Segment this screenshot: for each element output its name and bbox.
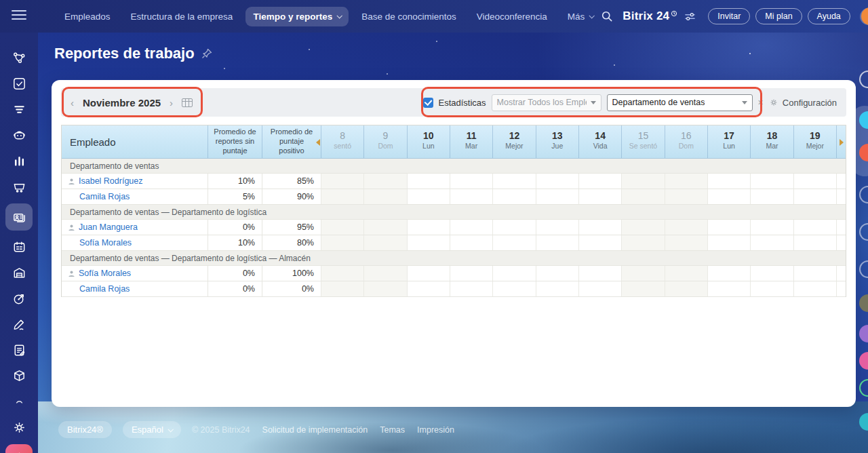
day-header-19[interactable]: 19Mejor [793, 125, 836, 158]
report-cell[interactable] [578, 174, 621, 189]
sidebar-item-calendar[interactable] [6, 238, 32, 256]
employee-link[interactable]: Camila Rojas [79, 284, 130, 294]
report-cell[interactable] [621, 235, 664, 250]
sidebar-item-esign[interactable] [6, 315, 32, 334]
day-header-15[interactable]: 15Se sentó [621, 125, 664, 158]
report-cell[interactable] [407, 266, 450, 281]
days-scroll-left-icon[interactable] [316, 139, 320, 146]
report-cell[interactable] [793, 174, 836, 189]
report-cell[interactable] [665, 220, 707, 235]
report-cell[interactable] [707, 220, 750, 235]
statistics-checkbox[interactable] [423, 98, 433, 108]
next-month-icon[interactable]: › [170, 97, 173, 109]
report-cell[interactable] [578, 266, 621, 281]
report-cell[interactable] [407, 281, 450, 296]
ayuda-button[interactable]: Ayuda [808, 8, 850, 24]
report-cell[interactable] [363, 281, 406, 296]
report-cell[interactable] [536, 266, 578, 281]
report-cell[interactable] [665, 266, 707, 281]
report-cell[interactable] [536, 220, 578, 235]
sidebar-item-documents[interactable] [6, 341, 32, 359]
main-menu-icon[interactable] [12, 10, 26, 22]
report-cell[interactable] [750, 220, 793, 235]
day-header-17[interactable]: 17Lun [707, 125, 750, 158]
employee-column-header[interactable]: Empleado [62, 125, 208, 158]
report-cell[interactable] [793, 235, 836, 250]
report-cell[interactable] [536, 189, 578, 204]
sidebar-item-store[interactable] [6, 178, 32, 196]
report-cell[interactable] [407, 220, 450, 235]
sidebar-item-feed[interactable] [6, 100, 32, 119]
report-cell[interactable] [578, 235, 621, 250]
footer-link-temas[interactable]: Temas [380, 425, 405, 435]
configuration-button[interactable]: Configuración [769, 98, 837, 108]
pin-icon[interactable] [201, 48, 212, 59]
footer-language-button[interactable]: Español [123, 421, 181, 438]
report-cell[interactable] [707, 174, 750, 189]
report-cell[interactable] [492, 235, 535, 250]
nav-estructura-de-la-empresa[interactable]: Estructura de la empresa [123, 7, 241, 26]
report-cell[interactable] [665, 281, 707, 296]
employee-link[interactable]: Juan Manguera [79, 222, 138, 232]
report-cell[interactable] [793, 189, 836, 204]
report-cell[interactable] [793, 220, 836, 235]
report-cell[interactable] [407, 189, 450, 204]
report-cell[interactable] [578, 281, 621, 296]
report-cell[interactable] [665, 189, 707, 204]
nav-tiempo-y-reportes[interactable]: Tiempo y reportes [245, 7, 349, 26]
day-header-8[interactable]: 8sentó [321, 125, 363, 158]
report-cell[interactable] [750, 281, 793, 296]
footer-link-solicitud-de-implementación[interactable]: Solicitud de implementación [262, 425, 368, 435]
prev-month-icon[interactable]: ‹ [71, 97, 74, 109]
report-cell[interactable] [750, 266, 793, 281]
employee-link[interactable]: Camila Rojas [79, 192, 130, 201]
report-cell[interactable] [665, 174, 707, 189]
report-cell[interactable] [536, 281, 578, 296]
report-cell[interactable] [578, 189, 621, 204]
sidebar-item-settings[interactable] [6, 418, 32, 437]
report-cell[interactable] [363, 266, 406, 281]
report-cell[interactable] [363, 220, 406, 235]
mi-plan-button[interactable]: Mi plan [755, 8, 802, 24]
sidebar-item-more[interactable] [6, 393, 32, 411]
report-cell[interactable] [665, 235, 707, 250]
report-cell[interactable] [621, 189, 664, 204]
invitar-button[interactable]: Invitar [708, 8, 750, 24]
report-cell[interactable] [321, 174, 363, 189]
report-cell[interactable] [450, 174, 492, 189]
report-cell[interactable] [363, 174, 406, 189]
footer-bitrix-button[interactable]: Bitrix24® [58, 421, 112, 438]
report-cell[interactable] [750, 189, 793, 204]
nav-base-de-conocimientos[interactable]: Base de conocimientos [354, 7, 464, 26]
department-filter-select[interactable]: Departamento de ventas [607, 94, 753, 111]
report-cell[interactable] [321, 266, 363, 281]
report-cell[interactable] [492, 281, 535, 296]
day-header-16[interactable]: 16Dom [665, 125, 707, 158]
report-cell[interactable] [407, 174, 450, 189]
report-cell[interactable] [707, 235, 750, 250]
report-cell[interactable] [492, 220, 535, 235]
report-cell[interactable] [321, 281, 363, 296]
report-cell[interactable] [321, 189, 363, 204]
report-cell[interactable] [707, 189, 750, 204]
report-cell[interactable] [536, 235, 578, 250]
report-cell[interactable] [621, 220, 664, 235]
sidebar-item-chart[interactable] [6, 152, 32, 170]
report-cell[interactable] [492, 174, 535, 189]
report-cell[interactable] [492, 189, 535, 204]
report-cell[interactable] [321, 220, 363, 235]
report-cell[interactable] [450, 281, 492, 296]
sidebar-item-marketing[interactable] [6, 290, 32, 308]
sidebar-item-tasks[interactable] [6, 75, 32, 93]
sidebar-item-rocket[interactable] [5, 444, 33, 453]
employee-filter-select[interactable]: Mostrar Todos los Emplea [492, 94, 601, 111]
day-header-14[interactable]: 14Vida [578, 125, 621, 158]
days-scroll-right-icon[interactable] [840, 139, 844, 146]
report-cell[interactable] [793, 281, 836, 296]
report-cell[interactable] [321, 235, 363, 250]
sidebar-item-drive[interactable] [6, 264, 32, 282]
report-cell[interactable] [536, 174, 578, 189]
avg-positive-column-header[interactable]: Promedio de puntaje positivo [262, 125, 321, 158]
nav-empleados[interactable]: Empleados [57, 7, 118, 26]
sliders-icon[interactable] [684, 12, 696, 22]
